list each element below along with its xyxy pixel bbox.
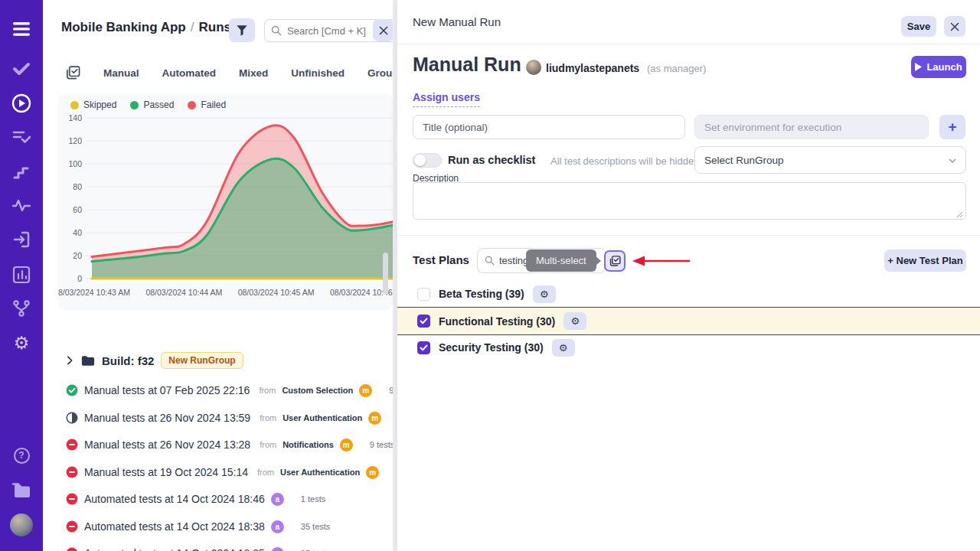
tab-mixed[interactable]: Mixed xyxy=(239,67,268,79)
run-tests-count: 1 tests xyxy=(301,494,325,504)
run-row[interactable]: Manual tests at 19 Oct 2024 15:14 from U… xyxy=(66,462,393,482)
projects-folder-icon[interactable] xyxy=(0,480,43,500)
save-button[interactable]: Save xyxy=(901,16,936,37)
tab-manual[interactable]: Manual xyxy=(103,67,139,79)
multi-select-button[interactable] xyxy=(604,250,626,272)
user-avatar[interactable] xyxy=(0,513,43,537)
run-source[interactable]: Custom Selection xyxy=(282,386,353,395)
run-title[interactable]: Manual tests at 26 Nov 2024 13:28 xyxy=(84,439,250,451)
plans-icon[interactable] xyxy=(0,129,43,147)
tab-unfinished[interactable]: Unfinished xyxy=(291,67,345,79)
test-plans-heading: Test Plans xyxy=(413,253,469,266)
run-row[interactable]: Automated tests at 14 Oct 2024 18:46 a 1… xyxy=(66,489,325,509)
run-title[interactable]: Manual tests at 07 Feb 2025 22:16 xyxy=(84,384,250,396)
plan-name[interactable]: Beta Testing (39) xyxy=(439,288,524,300)
search-icon xyxy=(271,25,282,36)
help-icon[interactable]: ? xyxy=(0,446,43,465)
modal-close-button[interactable] xyxy=(944,16,965,37)
run-row[interactable]: Automated tests at 14 Oct 2024 18:38 a 3… xyxy=(66,517,330,536)
chevron-right-icon[interactable] xyxy=(66,356,74,365)
milestones-icon[interactable] xyxy=(0,162,43,181)
resize-grip-icon[interactable] xyxy=(956,211,963,218)
environment-input[interactable] xyxy=(694,115,929,139)
owner-role: (as manager) xyxy=(647,63,706,74)
run-title[interactable]: Automated tests at 14 Oct 2024 18:38 xyxy=(84,520,265,533)
svg-text:100: 100 xyxy=(68,159,82,168)
run-row[interactable]: Manual tests at 07 Feb 2025 22:16 from C… xyxy=(66,380,393,400)
rungroup-row[interactable]: Build: f32 New RunGroup xyxy=(66,352,243,369)
svg-text:08/03/2024 10:43 AM: 08/03/2024 10:43 AM xyxy=(58,288,130,297)
plan-name[interactable]: Functional Testing (30) xyxy=(439,315,555,328)
run-source[interactable]: Notifications xyxy=(283,440,334,449)
plan-settings-button[interactable]: ⚙ xyxy=(564,312,586,330)
launch-button[interactable]: Launch xyxy=(911,56,966,78)
select-runs-icon[interactable] xyxy=(66,66,80,80)
run-type-badge: m xyxy=(366,466,379,479)
plan-settings-button[interactable]: ⚙ xyxy=(533,285,556,303)
owner-name[interactable]: liudmylastepanets xyxy=(546,62,639,74)
owner-avatar xyxy=(526,60,541,75)
status-icon xyxy=(66,520,78,533)
svg-text:40: 40 xyxy=(73,228,82,237)
run-title-input[interactable] xyxy=(413,115,685,139)
plan-name[interactable]: Security Testing (30) xyxy=(439,341,544,354)
plan-checkbox[interactable] xyxy=(417,288,430,301)
run-source[interactable]: User Authentication xyxy=(280,468,360,477)
assign-users-link[interactable]: Assign users xyxy=(413,91,480,107)
rungroup-select[interactable]: Select RunGroup xyxy=(694,146,966,174)
search-input[interactable] xyxy=(287,25,371,37)
plan-checkbox[interactable] xyxy=(417,341,430,354)
run-type-badge: a xyxy=(271,547,284,551)
runs-tabs: ManualAutomatedMixedUnfinishedGroups T xyxy=(66,66,393,80)
svg-text:08/03/2024 10:45 AM: 08/03/2024 10:45 AM xyxy=(238,288,315,297)
test-plan-row[interactable]: Beta Testing (39) ⚙ xyxy=(397,283,980,305)
run-from-label: from xyxy=(257,468,274,477)
close-icon xyxy=(379,26,388,35)
run-row[interactable]: Automated tests at 14 Oct 2024 18:35 a 3… xyxy=(66,543,330,551)
area-chart: 02040608010012014008/03/2024 10:43 AM08/… xyxy=(58,99,393,308)
status-icon xyxy=(66,466,78,478)
test-plan-row[interactable]: Security Testing (30) ⚙ xyxy=(397,337,980,358)
new-test-plan-button[interactable]: + New Test Plan xyxy=(884,249,966,272)
description-textarea[interactable] xyxy=(413,182,966,220)
test-plan-row[interactable]: Functional Testing (30) ⚙ xyxy=(397,307,980,335)
run-title[interactable]: Manual tests at 26 Nov 2024 13:59 xyxy=(84,412,250,424)
status-icon xyxy=(66,412,78,424)
run-type-badge: m xyxy=(359,384,372,397)
filter-button[interactable] xyxy=(229,18,255,42)
run-title[interactable]: Automated tests at 14 Oct 2024 18:35 xyxy=(84,547,265,551)
scrollbar-thumb[interactable] xyxy=(383,253,388,295)
section-divider xyxy=(397,235,980,236)
run-type-badge: m xyxy=(340,439,353,452)
run-title[interactable]: Manual tests at 19 Oct 2024 15:14 xyxy=(84,466,248,478)
settings-icon[interactable]: ⚙ xyxy=(0,333,43,353)
svg-text:0: 0 xyxy=(77,274,82,283)
plan-settings-button[interactable]: ⚙ xyxy=(552,339,575,357)
status-icon xyxy=(66,439,78,451)
tab-groups[interactable]: Groups xyxy=(368,67,393,79)
svg-text:20: 20 xyxy=(73,251,82,260)
tab-automated[interactable]: Automated xyxy=(162,67,217,79)
pulse-icon[interactable] xyxy=(0,196,43,214)
analytics-icon[interactable] xyxy=(0,265,43,285)
run-title[interactable]: Automated tests at 14 Oct 2024 18:46 xyxy=(84,493,265,505)
menu-icon[interactable] xyxy=(0,18,43,40)
run-row[interactable]: Manual tests at 26 Nov 2024 13:59 from U… xyxy=(66,408,393,428)
runs-icon[interactable] xyxy=(0,93,43,113)
plan-checkbox[interactable] xyxy=(417,315,430,328)
tests-icon[interactable] xyxy=(0,60,43,78)
import-icon[interactable] xyxy=(0,230,43,249)
run-as-checklist-toggle[interactable] xyxy=(413,153,442,168)
run-row[interactable]: Manual tests at 26 Nov 2024 13:28 from N… xyxy=(66,435,393,455)
run-type-badge: m xyxy=(368,412,381,425)
breadcrumb-project[interactable]: Mobile Banking App xyxy=(61,20,186,34)
run-source[interactable]: User Authentication xyxy=(283,413,362,422)
rungroup-label[interactable]: Build: f32 xyxy=(102,354,154,367)
add-environment-button[interactable]: + xyxy=(939,115,965,139)
new-manual-run-panel: New Manual Run Save Manual Run liudmylas… xyxy=(397,0,980,551)
breadcrumb-page[interactable]: Runs xyxy=(199,20,232,34)
panel-close-button[interactable] xyxy=(373,19,393,41)
play-icon xyxy=(915,63,922,71)
annotation-arrow xyxy=(632,255,691,267)
branches-icon[interactable] xyxy=(0,298,43,318)
